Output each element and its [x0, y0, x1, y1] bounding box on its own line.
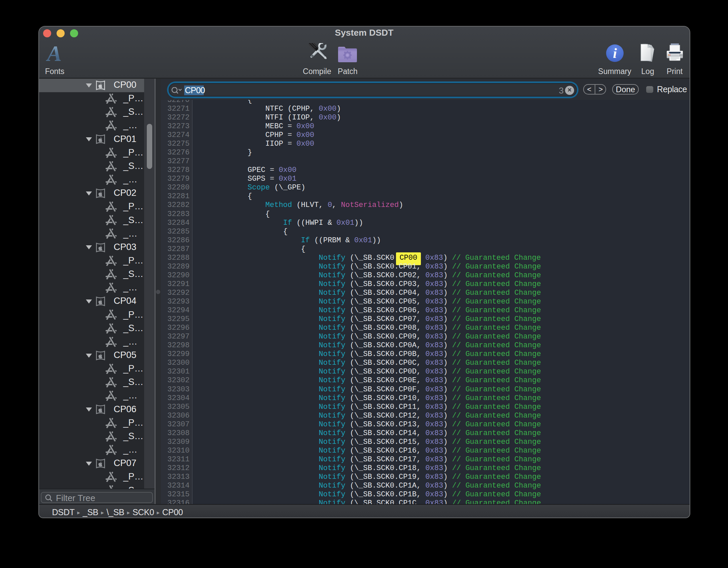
svg-text:i: i: [613, 45, 617, 61]
